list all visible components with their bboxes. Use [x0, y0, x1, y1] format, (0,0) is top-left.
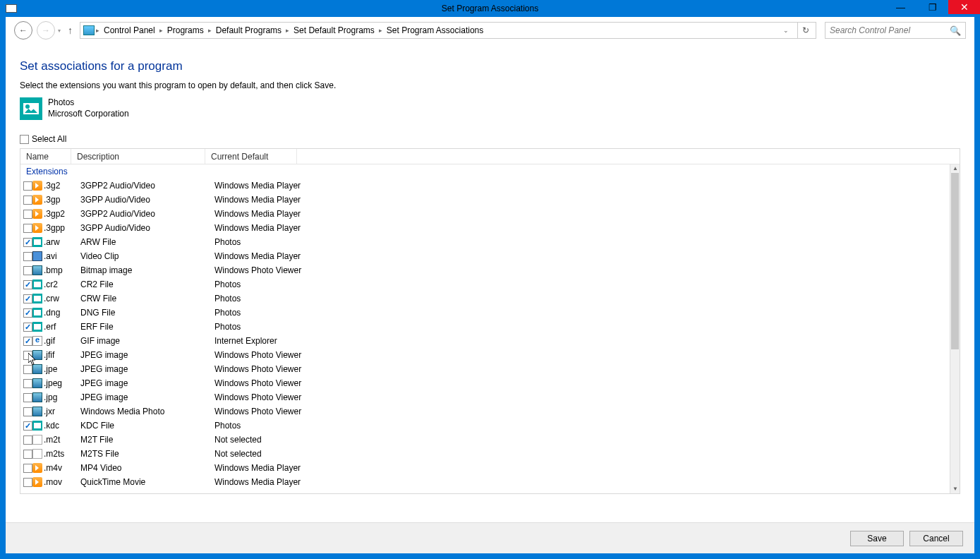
table-row[interactable]: .3gp23GPP2 Audio/VideoWindows Media Play…	[20, 207, 950, 221]
row-checkbox[interactable]	[23, 238, 32, 247]
save-button[interactable]: Save	[850, 531, 904, 546]
select-all-label: Select All	[32, 134, 66, 144]
extension-name: .m4v	[44, 463, 62, 473]
table-row[interactable]: .movQuickTime MovieWindows Media Player	[20, 475, 950, 489]
table-row[interactable]: .m4vMP4 VideoWindows Media Player	[20, 461, 950, 475]
breadcrumb-item[interactable]: Set Default Programs	[291, 25, 377, 35]
column-header-current-default[interactable]: Current Default	[205, 149, 297, 164]
extension-name: .3gp2	[44, 209, 65, 219]
table-row[interactable]: .3gp3GPP Audio/VideoWindows Media Player	[20, 193, 950, 207]
recent-locations-dropdown[interactable]: ▾	[58, 28, 61, 34]
extension-description: KDC File	[80, 421, 214, 431]
close-button[interactable]: ✕	[948, 0, 980, 14]
app-vendor: Microsoft Corporation	[48, 109, 129, 120]
filetype-icon	[32, 195, 42, 205]
row-checkbox[interactable]	[23, 294, 32, 303]
row-checkbox[interactable]	[23, 351, 32, 360]
previous-locations-dropdown[interactable]: ⌄	[779, 27, 793, 34]
table-row[interactable]: .3g23GPP2 Audio/VideoWindows Media Playe…	[20, 179, 950, 193]
breadcrumb-item[interactable]: Programs	[164, 25, 207, 35]
row-checkbox[interactable]	[23, 337, 32, 346]
table-row[interactable]: .jxrWindows Media PhotoWindows Photo Vie…	[20, 404, 950, 419]
table-row[interactable]: .aviVideo ClipWindows Media Player	[20, 249, 950, 263]
table-row[interactable]: .jpegJPEG imageWindows Photo Viewer	[20, 376, 950, 390]
table-body: Extensions .3g23GPP2 Audio/VideoWindows …	[20, 164, 950, 493]
forward-button[interactable]: →	[37, 21, 55, 40]
table-row[interactable]: .jfifJPEG imageWindows Photo Viewer	[20, 348, 950, 362]
table-row[interactable]: .m2tsM2TS FileNot selected	[20, 447, 950, 461]
column-header-name[interactable]: Name	[20, 149, 71, 164]
table-row[interactable]: .kdcKDC FilePhotos	[20, 419, 950, 433]
chevron-right-icon[interactable]: ▸	[379, 27, 382, 34]
extension-description: 3GPP2 Audio/Video	[80, 209, 214, 219]
table-row[interactable]: .bmpBitmap imageWindows Photo Viewer	[20, 263, 950, 277]
table-row[interactable]: .erfERF FilePhotos	[20, 320, 950, 334]
row-checkbox[interactable]	[23, 308, 32, 318]
current-default: Not selected	[214, 435, 950, 445]
table-row[interactable]: .m2tM2T FileNot selected	[20, 433, 950, 447]
filetype-icon	[32, 392, 42, 402]
row-checkbox[interactable]	[23, 379, 32, 388]
current-default: Windows Media Player	[214, 463, 950, 473]
scroll-up-icon[interactable]: ▲	[950, 164, 960, 173]
current-default: Photos	[214, 280, 950, 289]
row-checkbox[interactable]	[23, 478, 32, 487]
row-checkbox[interactable]	[23, 365, 32, 374]
table-row[interactable]: .arwARW FilePhotos	[20, 235, 950, 249]
breadcrumb-item[interactable]: Default Programs	[213, 25, 284, 35]
row-checkbox[interactable]	[23, 450, 32, 459]
table-row[interactable]: .3gpp3GPP Audio/VideoWindows Media Playe…	[20, 221, 950, 235]
chevron-right-icon[interactable]: ▸	[208, 27, 212, 34]
titlebar[interactable]: Set Program Associations — ❐ ✕	[0, 0, 980, 17]
cancel-button[interactable]: Cancel	[909, 531, 963, 546]
row-checkbox[interactable]	[23, 393, 32, 402]
search-input[interactable]	[830, 25, 950, 35]
up-button[interactable]: ↑	[68, 25, 73, 36]
row-checkbox[interactable]	[23, 323, 32, 332]
row-checkbox[interactable]	[23, 252, 32, 261]
filetype-icon	[32, 223, 42, 233]
table-row[interactable]: .jpgJPEG imageWindows Photo Viewer	[20, 390, 950, 404]
row-checkbox[interactable]	[23, 464, 32, 473]
search-icon[interactable]: 🔍	[950, 25, 961, 36]
row-checkbox[interactable]	[23, 435, 32, 445]
row-checkbox[interactable]	[23, 196, 32, 205]
refresh-button[interactable]: ↻	[797, 23, 813, 38]
chevron-right-icon[interactable]: ▸	[286, 27, 289, 34]
filetype-icon	[32, 435, 42, 445]
table-row[interactable]: .gifGIF imageInternet Explorer	[20, 334, 950, 348]
address-bar[interactable]: ▸ Control Panel ▸ Programs ▸ Default Pro…	[80, 22, 816, 39]
group-header-extensions[interactable]: Extensions	[20, 164, 950, 179]
breadcrumb-item[interactable]: Set Program Associations	[384, 25, 486, 35]
row-checkbox[interactable]	[23, 407, 32, 416]
row-checkbox[interactable]	[23, 280, 32, 289]
minimize-button[interactable]: —	[885, 0, 917, 14]
row-checkbox[interactable]	[23, 181, 32, 191]
table-row[interactable]: .cr2CR2 FilePhotos	[20, 277, 950, 291]
filetype-icon	[32, 181, 42, 191]
scroll-thumb[interactable]	[951, 173, 959, 349]
select-all-checkbox[interactable]	[20, 135, 29, 144]
filetype-icon	[32, 237, 42, 247]
filetype-icon	[32, 477, 42, 487]
scroll-down-icon[interactable]: ▼	[950, 485, 960, 493]
row-checkbox[interactable]	[23, 210, 32, 219]
row-checkbox[interactable]	[23, 266, 32, 275]
search-box[interactable]: 🔍	[825, 22, 966, 39]
back-button[interactable]: ←	[14, 21, 32, 40]
row-checkbox[interactable]	[23, 224, 32, 233]
table-row[interactable]: .crwCRW FilePhotos	[20, 291, 950, 306]
row-checkbox[interactable]	[23, 421, 32, 431]
vertical-scrollbar[interactable]: ▲ ▼	[950, 164, 960, 493]
chevron-right-icon[interactable]: ▸	[159, 27, 163, 34]
table-row[interactable]: .dngDNG FilePhotos	[20, 306, 950, 320]
table-row[interactable]: .jpeJPEG imageWindows Photo Viewer	[20, 362, 950, 376]
chevron-right-icon[interactable]: ▸	[96, 27, 99, 34]
maximize-button[interactable]: ❐	[917, 0, 948, 14]
extension-name: .3gpp	[44, 223, 65, 233]
current-default: Windows Photo Viewer	[214, 378, 950, 388]
extension-name: .jpeg	[44, 378, 62, 388]
column-header-description[interactable]: Description	[71, 149, 205, 164]
extension-name: .dng	[44, 308, 60, 318]
breadcrumb-item[interactable]: Control Panel	[101, 25, 158, 35]
